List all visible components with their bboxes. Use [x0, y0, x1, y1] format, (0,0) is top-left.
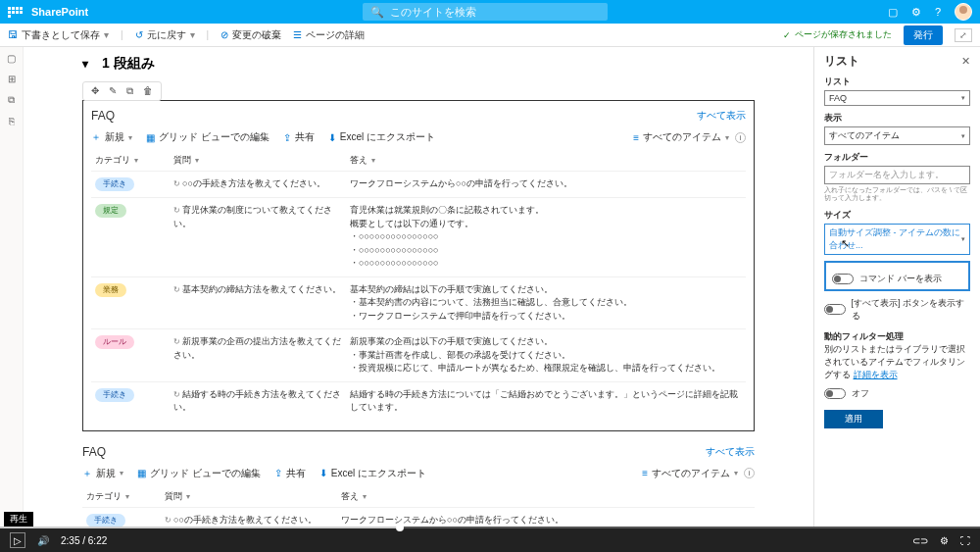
help-icon[interactable]: ? [935, 6, 941, 18]
category-badge: 手続き [95, 177, 134, 191]
volume-icon[interactable]: 🔊 [37, 535, 49, 546]
table-row[interactable]: 手続き○○の手続き方法を教えてください。ワークフローシステムから○○の申請を行っ… [82, 507, 755, 528]
toggle-dynfilter-label: オフ [852, 387, 869, 400]
export-button[interactable]: ⬇Excel にエクスポート [319, 467, 426, 480]
grid-edit-button[interactable]: ▦グリッド ビューでの編集 [137, 467, 261, 480]
search-icon: 🔍 [370, 6, 384, 19]
answer-cell: 基本契約の締結は以下の手順で実施してください。 ・基本契約書の内容について、法務… [346, 276, 746, 329]
megaphone-icon[interactable]: ▢ [888, 6, 898, 19]
folder-label: フォルダー [824, 151, 970, 164]
view-select[interactable]: すべてのアイテム▾ [824, 126, 970, 145]
brand[interactable]: SharePoint [31, 6, 88, 18]
category-badge: 業務 [95, 283, 126, 297]
dynfilter-heading: 動的フィルター処理 [824, 330, 970, 343]
expand-icon[interactable]: ⤢ [955, 28, 972, 42]
check-icon: ✓ [783, 30, 791, 40]
grid-edit-button[interactable]: ▦グリッド ビューでの編集 [146, 130, 270, 144]
list-webpart-2[interactable]: FAQ すべて表示 ＋新規▾ ▦グリッド ビューでの編集 ⇪共有 ⬇Excel … [82, 445, 755, 529]
section-icon[interactable]: ⊞ [8, 74, 16, 84]
apply-button[interactable]: 適用 [824, 410, 883, 428]
info-icon[interactable]: i [735, 132, 746, 143]
share-button[interactable]: ⇪共有 [274, 467, 306, 480]
move-icon[interactable]: ✥ [91, 85, 99, 97]
table-row[interactable]: 業務基本契約の締結方法を教えてください。基本契約の締結は以下の手順で実施してくだ… [91, 276, 746, 329]
delete-icon[interactable]: 🗑 [143, 85, 153, 97]
fullscreen-icon[interactable]: ⛶ [960, 535, 970, 546]
edit-icon[interactable]: ✎ [109, 85, 117, 97]
link-icon[interactable]: ⎘ [9, 116, 15, 126]
answer-cell: 結婚する時の手続き方法については「ご結婚おめでとうございます。」というページに詳… [346, 381, 746, 421]
publish-button[interactable]: 発行 [904, 25, 943, 45]
dynfilter-link[interactable]: 詳細を表示 [854, 370, 898, 379]
replay-tag: 再生 [4, 512, 33, 527]
view-selector[interactable]: ≡すべてのアイテム▾ [642, 467, 738, 480]
show-all-link[interactable]: すべて表示 [697, 109, 746, 123]
search-box[interactable]: 🔍 このサイトを検索 [363, 3, 608, 21]
toggle-dynfilter[interactable] [824, 388, 846, 399]
new-button[interactable]: ＋新規▾ [82, 467, 123, 480]
section-header[interactable]: ▾ 1 段組み [82, 55, 755, 73]
share-button[interactable]: ⇪共有 [283, 130, 315, 144]
callout-number: ⑧ [813, 265, 814, 280]
discard-icon: ⊘ [220, 29, 228, 40]
category-badge: 手続き [95, 388, 134, 402]
export-button[interactable]: ⬇Excel にエクスポート [328, 130, 435, 144]
details-icon: ☰ [293, 29, 302, 40]
faq-table-2: カテゴリ▾ 質問▾ 答え▾ 手続き○○の手続き方法を教えてください。ワークフロー… [82, 486, 755, 529]
view-selector[interactable]: ≡すべてのアイテム▾ [633, 130, 729, 144]
info-icon[interactable]: i [744, 468, 755, 478]
page-command-bar: 🖫下書きとして保存▾ | ↺元に戻す▾ | ⊘変更の破棄 ☰ページの詳細 ✓ペー… [0, 24, 980, 47]
app-launcher-icon[interactable] [8, 7, 24, 18]
undo-button[interactable]: ↺元に戻す▾ [135, 28, 195, 42]
excel-icon: ⬇ [328, 132, 336, 143]
play-button[interactable]: ▷ [10, 532, 25, 548]
copy-icon[interactable]: ⧉ [8, 94, 15, 106]
share-icon: ⇪ [283, 132, 291, 143]
duplicate-icon[interactable]: ⧉ [126, 85, 133, 97]
canvas: ▾ 1 段組み ✥ ✎ ⧉ 🗑 FAQ すべて表示 ＋新規▾ ▦グリッド ビュー… [24, 47, 813, 528]
list-select[interactable]: FAQ▾ [824, 90, 970, 106]
settings-icon[interactable]: ⚙ [940, 535, 949, 546]
toggle-showall[interactable] [824, 304, 846, 315]
add-icon[interactable]: ▢ [7, 53, 16, 64]
grid-icon: ▦ [146, 132, 155, 143]
toolbox-rail: ▢ ⊞ ⧉ ⎘ [0, 47, 24, 528]
table-row[interactable]: 規定育児休業の制度について教えてください。育児休業は就業規則の〇条に記載されてい… [91, 198, 746, 277]
settings-icon[interactable]: ⚙ [911, 6, 921, 19]
video-controls: ▷ 🔊 2:35 / 6:22 ⊂⊃ ⚙ ⛶ [0, 528, 980, 552]
col-answer[interactable]: 答え▾ [346, 150, 746, 172]
category-badge: 手続き [86, 514, 125, 527]
toggle-commandbar[interactable] [832, 274, 854, 284]
save-draft-button[interactable]: 🖫下書きとして保存▾ [8, 28, 109, 42]
col-category[interactable]: カテゴリ▾ [91, 150, 170, 172]
size-label: サイズ [824, 209, 970, 222]
chevron-down-icon[interactable]: ▾ [82, 57, 88, 71]
list-toolbar: ＋新規▾ ▦グリッド ビューでの編集 ⇪共有 ⬇Excel にエクスポート ≡す… [91, 128, 746, 150]
table-row[interactable]: 手続き結婚する時の手続き方法を教えてください。結婚する時の手続き方法については「… [91, 381, 746, 421]
discard-button[interactable]: ⊘変更の破棄 [220, 28, 281, 42]
table-row[interactable]: ルール新規事業の企画の提出方法を教えてください。新規事業の企画は以下の手順で実施… [91, 329, 746, 382]
section-title-text: 1 段組み [102, 55, 155, 73]
question-cell: ○○の手続き方法を教えてください。 [170, 172, 346, 198]
progress-bar[interactable] [0, 527, 980, 528]
undo-icon: ↺ [135, 29, 143, 40]
new-button[interactable]: ＋新規▾ [91, 130, 132, 144]
question-cell: 育児休業の制度について教えてください。 [170, 198, 346, 277]
table-row[interactable]: 手続き○○の手続き方法を教えてください。ワークフローシステムから○○の申請を行っ… [91, 172, 746, 198]
question-cell: ○○の手続き方法を教えてください。 [161, 507, 337, 528]
list-webpart-selected[interactable]: FAQ すべて表示 ＋新規▾ ▦グリッド ビューでの編集 ⇪共有 ⬇Excel … [82, 100, 755, 431]
page-details-button[interactable]: ☰ページの詳細 [293, 28, 365, 42]
col-question[interactable]: 質問▾ [170, 150, 346, 172]
plus-icon: ＋ [91, 130, 101, 144]
callout-8: ⑧ コマンド バーを表示 [824, 261, 970, 291]
close-icon[interactable]: ✕ [961, 55, 970, 68]
view-label: 表示 [824, 112, 970, 125]
show-all-link[interactable]: すべて表示 [706, 445, 755, 459]
avatar[interactable] [955, 3, 972, 21]
cc-icon[interactable]: ⊂⊃ [912, 535, 928, 546]
folder-input[interactable]: フォルダー名を入力します。 [824, 166, 970, 184]
webpart-toolbar: ✥ ✎ ⧉ 🗑 [82, 81, 162, 101]
size-select[interactable]: 自動サイズ調整 - アイテムの数に合わせ...▾ [824, 224, 970, 255]
list-toolbar: ＋新規▾ ▦グリッド ビューでの編集 ⇪共有 ⬇Excel にエクスポート ≡す… [82, 465, 755, 486]
saved-indicator: ✓ページが保存されました [783, 28, 892, 41]
